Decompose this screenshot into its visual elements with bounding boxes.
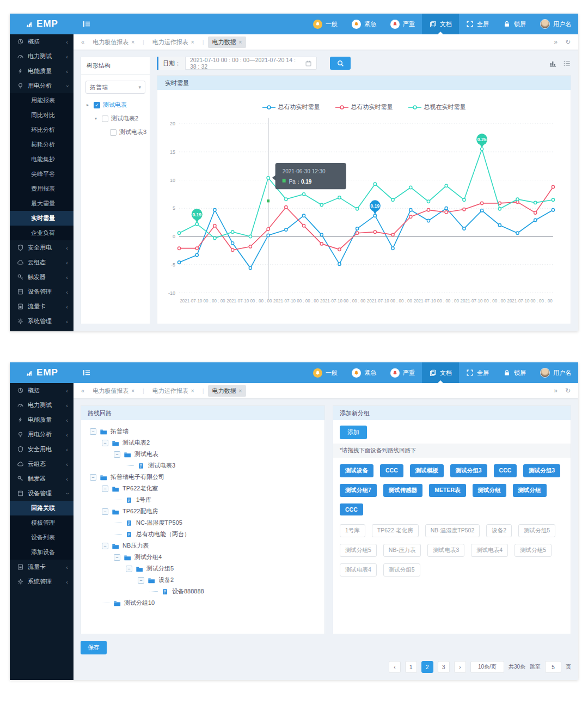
refresh-icon[interactable]: ↻ xyxy=(565,387,571,395)
sidebar-item-trigger[interactable]: 触发器‹ xyxy=(10,270,74,284)
header-item-fullscreen[interactable]: 全屏 xyxy=(459,14,496,34)
sidebar-subitem[interactable]: 设备列表 xyxy=(10,530,74,545)
legend-item[interactable]: 总有功实时需量 xyxy=(262,103,320,111)
per-page-select[interactable]: 10条/页 xyxy=(470,661,504,673)
tab-2[interactable]: 电力数据× xyxy=(208,37,247,48)
device-tag[interactable]: 测试分组5 xyxy=(340,544,377,557)
header-item-docs[interactable]: 文档 xyxy=(422,362,459,383)
header-item-alert-normal[interactable]: 一般 xyxy=(306,14,345,34)
collapse-icon[interactable]: − xyxy=(90,428,96,435)
sidebar-item-quality[interactable]: 电能质量‹ xyxy=(10,64,74,78)
close-icon[interactable]: × xyxy=(239,39,242,45)
sidebar-item-analysis[interactable]: 用电分析‹ xyxy=(10,427,74,442)
header-item-username[interactable]: 用户名 xyxy=(533,362,578,383)
circuit-tree-node[interactable]: −NB压力表 xyxy=(88,540,318,551)
device-tag[interactable]: NB-压力表 xyxy=(383,544,421,557)
refresh-icon[interactable]: ↻ xyxy=(565,38,571,46)
tab-1[interactable]: 电力运作报表× xyxy=(148,37,199,48)
close-icon[interactable]: × xyxy=(131,39,134,45)
circuit-tree-node[interactable]: −拓普瑞电子有限公司 xyxy=(88,471,318,483)
save-button[interactable]: 保存 xyxy=(81,641,107,654)
sidebar-subitem[interactable]: 费用报表 xyxy=(10,181,74,196)
header-item-lockscreen[interactable]: 锁屏 xyxy=(496,14,533,34)
sidebar-subitem[interactable]: 同比对比 xyxy=(10,108,74,123)
device-tag[interactable]: 1号库 xyxy=(340,524,365,537)
group-tag[interactable]: 测试分组 xyxy=(473,484,506,497)
header-item-lockscreen[interactable]: 锁屏 xyxy=(496,362,533,383)
circuit-tree-node[interactable]: −TP622老化室 xyxy=(88,483,318,494)
add-button[interactable]: 添加 xyxy=(340,426,367,439)
tab-0[interactable]: 电力极值报表× xyxy=(88,385,139,397)
jump-page-input[interactable]: 5 xyxy=(545,661,561,673)
close-icon[interactable]: × xyxy=(131,388,134,394)
circuit-tree-node[interactable]: NC-温湿度TP505 xyxy=(88,517,318,529)
device-tag[interactable]: NB-温湿度TP502 xyxy=(425,524,480,537)
sidebar-item-gear[interactable]: 系统管理‹ xyxy=(10,574,74,589)
sidebar-item-analysis[interactable]: 用电分析‹ xyxy=(10,78,74,93)
collapse-tabs-icon[interactable]: « xyxy=(81,387,84,394)
sidebar-subitem[interactable]: 尖峰平谷 xyxy=(10,167,74,181)
checkbox[interactable] xyxy=(102,116,108,122)
sidebar-item-sim[interactable]: 流量卡‹ xyxy=(10,299,74,314)
expand-tabs-icon[interactable]: » xyxy=(554,38,558,46)
collapse-icon[interactable]: − xyxy=(126,566,132,572)
next-page-button[interactable]: › xyxy=(454,661,466,673)
collapse-icon[interactable]: − xyxy=(114,554,120,561)
sidebar-subitem[interactable]: 模板管理 xyxy=(10,515,74,530)
group-tag[interactable]: 测试分组7 xyxy=(340,484,377,497)
header-item-docs[interactable]: 文档 xyxy=(422,14,459,34)
circuit-tree-node[interactable]: −拓普瑞 xyxy=(88,426,318,437)
circuit-tree-node[interactable]: 总有功电能（两台） xyxy=(88,529,318,540)
collapse-tabs-icon[interactable]: « xyxy=(81,39,84,45)
sidebar-subitem[interactable]: 电能集抄 xyxy=(10,152,74,167)
device-tag[interactable]: 设备2 xyxy=(486,524,512,537)
search-button[interactable] xyxy=(330,57,351,70)
group-tag[interactable]: CCC xyxy=(340,503,363,515)
sidebar-subitem[interactable]: 损耗分析 xyxy=(10,137,74,152)
collapse-icon[interactable]: − xyxy=(102,543,108,549)
group-tag[interactable]: 测试模板 xyxy=(410,464,444,477)
circuit-tree-node[interactable]: −测试分组5 xyxy=(88,563,318,574)
header-item-alert-critical[interactable]: 严重 xyxy=(383,362,422,383)
group-tag[interactable]: 测试分组3 xyxy=(450,464,487,477)
device-tag[interactable]: 测试电表4 xyxy=(471,544,508,557)
device-tag[interactable]: TP622-老化房 xyxy=(372,524,419,537)
chart-view-icon[interactable] xyxy=(549,59,557,68)
list-view-icon[interactable] xyxy=(563,59,571,68)
device-tag[interactable]: 测试分组5 xyxy=(518,524,555,537)
group-tag[interactable]: 测试设备 xyxy=(340,464,373,477)
tab-2[interactable]: 电力数据× xyxy=(208,385,247,397)
expand-arrow-icon[interactable]: ▸ xyxy=(87,102,91,107)
header-item-fullscreen[interactable]: 全屏 xyxy=(459,362,496,383)
prev-page-button[interactable]: ‹ xyxy=(389,661,401,673)
device-tag[interactable]: 测试电表3 xyxy=(427,544,464,557)
sidebar-item-device[interactable]: 设备管理‹ xyxy=(10,486,74,501)
header-item-alert-urgent[interactable]: 紧急 xyxy=(345,362,383,383)
circuit-tree-node[interactable]: −TP622配电房 xyxy=(88,506,318,517)
collapse-icon[interactable]: − xyxy=(114,451,120,458)
sidebar-item-overview[interactable]: 概括‹ xyxy=(10,34,74,49)
sidebar-item-quality[interactable]: 电能质量‹ xyxy=(10,412,74,427)
menu-fold-icon[interactable] xyxy=(74,14,96,34)
tab-1[interactable]: 电力运作报表× xyxy=(148,385,199,397)
sidebar-subitem[interactable]: 实时需量 xyxy=(10,211,74,226)
group-tag[interactable]: CCC xyxy=(380,464,403,477)
menu-fold-icon[interactable] xyxy=(74,362,96,383)
checkbox[interactable]: ✓ xyxy=(94,102,100,108)
sidebar-item-trigger[interactable]: 触发器‹ xyxy=(10,471,74,486)
collapse-icon[interactable]: − xyxy=(102,508,108,515)
group-tag[interactable]: CCC xyxy=(494,464,517,477)
collapse-icon[interactable]: − xyxy=(102,440,108,446)
device-tag[interactable]: 测试分组5 xyxy=(383,563,420,577)
collapse-icon[interactable]: − xyxy=(138,577,144,584)
page-button-3[interactable]: 3 xyxy=(438,661,450,673)
device-tag[interactable]: 测试电表4 xyxy=(340,563,377,577)
circuit-tree-node[interactable]: −设备2 xyxy=(88,574,318,586)
circuit-tree-node[interactable]: 1号库 xyxy=(88,494,318,506)
tree-node[interactable]: ▾测试电表2 xyxy=(81,112,150,125)
circuit-tree-node[interactable]: −测试电表2 xyxy=(88,437,318,448)
checkbox[interactable] xyxy=(110,129,117,136)
date-range-input[interactable]: 2021-07-10 00 : 00 : 00—2021-07-20 14 : … xyxy=(185,57,317,70)
sidebar-subitem[interactable]: 最大需量 xyxy=(10,196,74,211)
page-button-2[interactable]: 2 xyxy=(421,661,433,673)
